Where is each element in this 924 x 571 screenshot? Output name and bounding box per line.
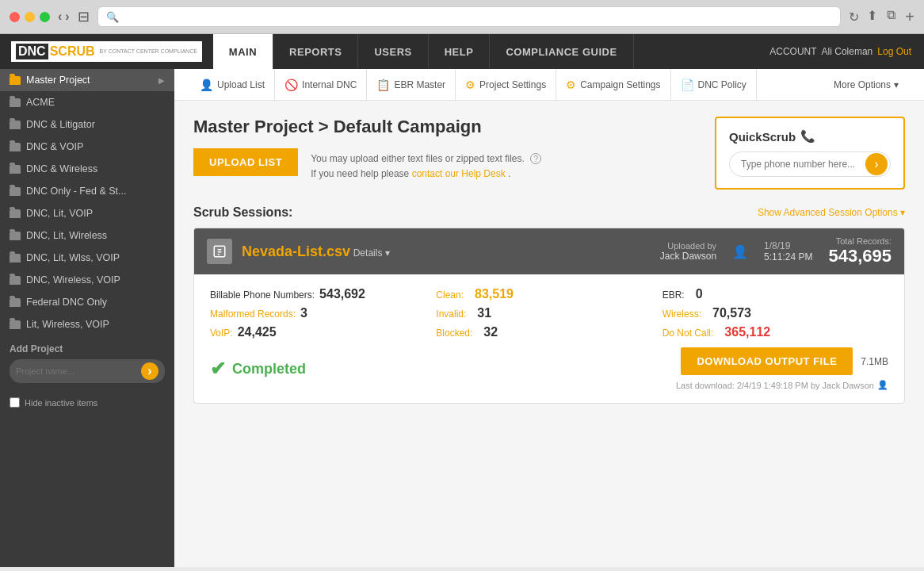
sidebar: Master Project ▶ ACME DNC & Litigator DN… <box>0 69 174 567</box>
back-button[interactable]: ‹ <box>58 10 62 24</box>
wireless-value: 70,573 <box>712 306 751 320</box>
sidebar-item-label: DNC Only - Fed & St... <box>26 186 126 197</box>
ebr-row: EBR: 0 <box>662 287 888 301</box>
nav-tab-main[interactable]: MAIN <box>213 34 273 69</box>
toolbar-dnc-policy[interactable]: 📄 DNC Policy <box>671 69 757 100</box>
quickscrub-submit-button[interactable]: › <box>865 153 888 175</box>
add-project-input-wrap: › <box>10 359 165 383</box>
internal-dnc-icon: 🚫 <box>284 79 298 91</box>
scrub-sessions-header: Scrub Sessions: Show Advanced Session Op… <box>193 205 905 220</box>
share-button[interactable]: ⬆ <box>867 8 877 26</box>
toolbar-upload-list[interactable]: 👤 Upload List <box>190 69 275 100</box>
sidebar-item-label: DNC, Wireless, VOIP <box>26 274 120 286</box>
session-meta: Uploaded by Jack Dawson 👤 1/8/19 5:11:24… <box>660 236 892 266</box>
session-file-info: Nevada-List.csv Details ▾ <box>242 243 390 260</box>
campaign-settings-icon: ⚙ <box>566 79 576 91</box>
download-output-button[interactable]: DOWNLOAD OUTPUT FILE <box>681 347 853 375</box>
project-settings-icon: ⚙ <box>465 79 475 91</box>
completed-badge: ✔ Completed <box>210 358 306 380</box>
chevron-down-icon: ▾ <box>894 79 899 90</box>
sidebar-item-dnc-lit-voip[interactable]: DNC, Lit, VOIP <box>0 202 174 224</box>
help-desk-link[interactable]: contact our Help Desk <box>412 168 506 179</box>
top-nav: DNC SCRUB BY CONTACT CENTER COMPLIANCE M… <box>0 34 924 69</box>
toolbar-project-settings[interactable]: ⚙ Project Settings <box>456 69 556 100</box>
account-label[interactable]: ACCOUNT <box>769 46 816 57</box>
nav-tab-users[interactable]: USERS <box>358 34 428 69</box>
col2-stats: Clean: 83,519 Invalid: 31 Blocked: 32 <box>436 287 662 339</box>
nav-tab-help[interactable]: HELP <box>429 34 491 69</box>
sidebar-item-label: DNC & Wireless <box>26 163 97 174</box>
sidebar-item-acme[interactable]: ACME <box>0 91 174 113</box>
sidebar-item-dnc-voip[interactable]: DNC & VOIP <box>0 136 174 158</box>
logout-link[interactable]: Log Out <box>877 46 911 57</box>
maximize-button[interactable] <box>40 12 50 22</box>
tabs-button[interactable]: ⧉ <box>887 8 895 26</box>
add-project-button[interactable]: › <box>141 362 158 380</box>
sidebar-item-label: DNC, Lit, VOIP <box>26 208 93 219</box>
malformed-value: 3 <box>300 306 307 320</box>
upload-hint-line2: If you need help please <box>311 168 409 179</box>
sidebar-item-dnc-lit-wireless[interactable]: DNC, Lit, Wireless <box>0 224 174 247</box>
page-title: Master Project > Default Campaign <box>193 117 541 137</box>
sidebar-item-label: DNC & VOIP <box>26 141 83 152</box>
nav-tab-reports[interactable]: REPORTS <box>273 34 358 69</box>
sidebar-item-label: Lit, Wireless, VOIP <box>26 319 109 330</box>
sidebar-item-lit-wireless-voip[interactable]: Lit, Wireless, VOIP <box>0 313 174 335</box>
session-total: Total Records: 543,695 <box>828 236 892 266</box>
sidebar-item-label: DNC, Lit, Wlss, VOIP <box>26 252 120 263</box>
toolbar-more-options[interactable]: More Options ▾ <box>824 69 908 100</box>
content-area: 👤 Upload List 🚫 Internal DNC 📋 EBR Maste… <box>174 69 924 567</box>
help-icon: ? <box>530 153 541 164</box>
sidebar-item-dnc-lit-wlss-voip[interactable]: DNC, Lit, Wlss, VOIP <box>0 247 174 269</box>
sidebar-item-dnc-fed[interactable]: DNC Only - Fed & St... <box>0 180 174 202</box>
blocked-value: 32 <box>483 325 498 339</box>
nav-tab-compliance[interactable]: COMPLIANCE GUIDE <box>490 34 633 69</box>
view-button[interactable]: ⊟ <box>78 8 90 25</box>
dnc-label: Do Not Call: <box>662 328 720 339</box>
col3-stats: EBR: 0 Wireless: 70,573 Do Not Call: 365… <box>662 287 888 339</box>
voip-value: 24,425 <box>238 325 277 339</box>
session-time: 5:11:24 PM <box>764 251 812 263</box>
user-icon: 👤 <box>877 380 888 390</box>
add-project-section: Add Project › <box>0 335 174 391</box>
sidebar-item-dnc-wireless-voip[interactable]: DNC, Wireless, VOIP <box>0 269 174 291</box>
completed-label: Completed <box>232 361 306 377</box>
address-bar[interactable]: 🔍 <box>97 6 842 27</box>
nav-right: ACCOUNT Ali Coleman Log Out <box>769 34 924 69</box>
show-advanced-button[interactable]: Show Advanced Session Options ▾ <box>758 207 905 218</box>
more-options-label: More Options <box>834 79 891 90</box>
session-details-link[interactable]: Details ▾ <box>353 247 390 259</box>
minimize-button[interactable] <box>25 12 35 22</box>
folder-icon <box>10 187 21 196</box>
folder-icon <box>10 98 21 107</box>
last-download-label: Last download: 2/4/19 1:49:18 PM by Jack… <box>676 381 874 390</box>
nav-tabs: MAIN REPORTS USERS HELP COMPLIANCE GUIDE <box>213 34 634 69</box>
toolbar-internal-dnc[interactable]: 🚫 Internal DNC <box>275 69 367 100</box>
sidebar-item-dnc-wireless[interactable]: DNC & Wireless <box>0 158 174 180</box>
voip-label: VoIP: <box>210 328 233 339</box>
clean-value: 83,519 <box>475 287 514 301</box>
project-name-input[interactable] <box>16 366 136 376</box>
upload-list-button[interactable]: UPLOAD LIST <box>193 148 298 176</box>
ebr-value: 0 <box>696 287 703 301</box>
voip-row: VoIP: 24,425 <box>210 325 436 339</box>
refresh-button[interactable]: ↻ <box>849 10 859 25</box>
folder-icon <box>10 76 21 85</box>
toolbar-campaign-settings[interactable]: ⚙ Campaign Settings <box>556 69 670 100</box>
close-button[interactable] <box>10 12 20 22</box>
sidebar-item-master-project[interactable]: Master Project ▶ <box>0 69 174 91</box>
folder-icon <box>10 143 21 151</box>
forward-button[interactable]: › <box>65 10 69 24</box>
folder-icon <box>10 254 21 263</box>
sidebar-item-label: ACME <box>26 97 55 108</box>
invalid-row: Invalid: 31 <box>436 306 662 320</box>
sidebar-item-dnc-litigator[interactable]: DNC & Litigator <box>0 113 174 136</box>
invalid-value: 31 <box>477 306 491 320</box>
session-file-icon <box>207 239 232 264</box>
toolbar-ebr-master[interactable]: 📋 EBR Master <box>367 69 456 100</box>
hide-inactive-checkbox[interactable] <box>10 397 20 408</box>
sidebar-item-federal-dnc[interactable]: Federal DNC Only <box>0 291 174 313</box>
folder-icon <box>10 232 21 240</box>
folder-icon <box>10 276 21 285</box>
new-tab-button[interactable]: + <box>905 8 914 26</box>
